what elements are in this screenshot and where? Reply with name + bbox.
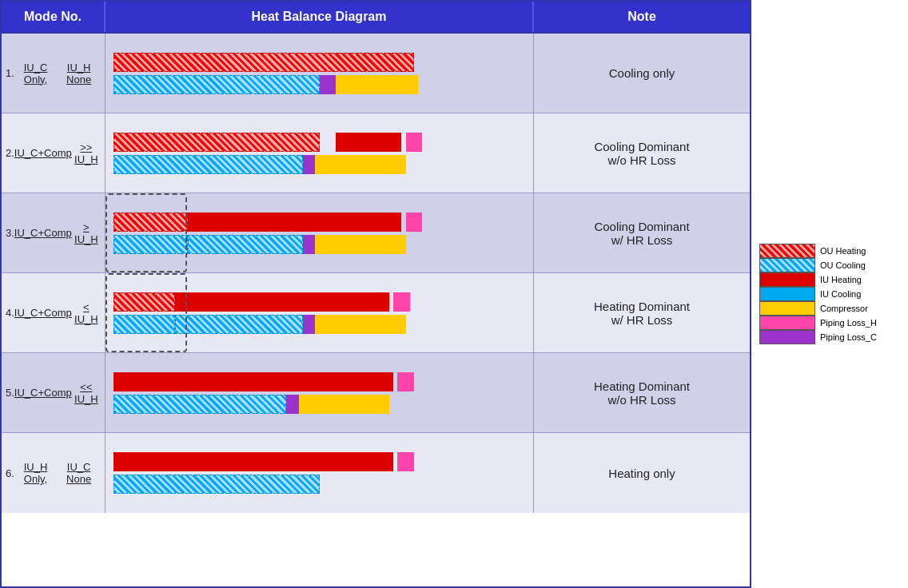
table-row: 3.IU_C+Comp> IU_HCooling Dominant w/ HR … [2,193,750,273]
table-header: Mode No. Heat Balance Diagram Note [2,2,750,34]
table-row: 4.IU_C+Comp< IU_HHeating Dominant w/ HR … [2,273,750,353]
bar-segment-piping-c [303,235,315,254]
bar-segment-iu-heating [175,292,389,312]
bar-segment-gap [389,395,401,414]
legend-color-box [759,287,815,301]
bar-segment-ou-cooling [175,315,303,334]
note-cell: Heating Dominant w/o HR Loss [534,353,750,432]
legend-items: OU HeatingOU CoolingIU HeatingIU Cooling… [759,244,877,344]
header-mode: Mode No. [2,2,106,32]
legend-color-box [759,244,815,258]
table-row: 2.IU_C+Comp>> IU_HCooling Dominant w/o H… [2,113,750,193]
bar-row [114,372,525,391]
legend-color-box [759,316,815,330]
diagram-cell [106,34,534,113]
bar-segment-piping-c [303,155,315,174]
bar-segment-piping-h [397,372,414,391]
legend-item-ou-cooling: OU Cooling [759,258,877,272]
bar-segment-iu-heating [336,133,401,152]
legend-label: OU Heating [820,246,866,256]
legend-color-box [759,330,815,344]
bar-row [114,292,525,312]
bar-segment-piping-c [286,395,298,414]
legend-color-box [759,301,815,316]
mode-cell: 6.IU_H Only,IU_C None [2,433,106,513]
bar-segment-ou-cooling [114,75,320,94]
legend-item-iu-heating: IU Heating [759,272,877,287]
bar-segment-ou-heating-partial [114,213,188,232]
bar-segment-iu-heating [114,372,393,391]
bar-segment-compressor [336,75,418,94]
bar-segment-compressor [315,155,405,174]
note-cell: Cooling Dominant w/o HR Loss [534,113,750,193]
bar-segment-compressor [299,395,389,414]
legend-item-compressor: Compressor [759,301,877,316]
bar-segment-ou-cooling [188,235,303,254]
bar-segment-ou-cooling-partial [114,315,175,334]
bar-segment-ou-heating [114,133,320,152]
header-diagram: Heat Balance Diagram [106,2,534,32]
bar-segment-piping-h [397,452,414,471]
bar-row [114,315,525,334]
diagram-cell [106,433,534,513]
legend-color-box [759,272,815,287]
bar-segment-ou-cooling [114,155,303,174]
bar-row [114,475,525,494]
heat-balance-table: Mode No. Heat Balance Diagram Note 1.IU_… [0,0,751,588]
table-row: 6.IU_H Only,IU_C NoneHeating only [2,433,750,513]
header-note: Note [534,2,750,32]
legend-area: OU HeatingOU CoolingIU HeatingIU Cooling… [751,0,908,588]
bar-row [114,133,525,152]
bar-segment-ou-heating [114,53,414,72]
bar-row [114,235,525,254]
bar-segment-ou-cooling-partial [114,235,188,254]
bar-segment-iu-heating [188,213,402,232]
main-container: Mode No. Heat Balance Diagram Note 1.IU_… [0,0,908,588]
legend-label: OU Cooling [820,260,866,270]
note-cell: Heating Dominant w/ HR Loss [534,273,750,352]
bar-segment-gap [320,475,410,494]
note-cell: Cooling only [534,34,750,113]
bar-segment-piping-h [393,292,410,312]
table-row: 5.IU_C+Comp<< IU_HHeating Dominant w/o H… [2,353,750,433]
bar-row [114,53,525,72]
mode-cell: 4.IU_C+Comp< IU_H [2,273,106,352]
note-cell: Heating only [534,433,750,513]
legend-label: Piping Loss_H [820,318,877,328]
table-body: 1.IU_C Only,IU_H NoneCooling only2.IU_C+… [2,34,750,513]
bar-row [114,452,525,471]
legend-item-iu-cooling: IU Cooling [759,287,877,301]
legend-label: IU Cooling [820,289,861,299]
mode-cell: 1.IU_C Only,IU_H None [2,34,106,113]
table-row: 1.IU_C Only,IU_H NoneCooling only [2,34,750,113]
bar-segment-compressor [315,315,405,334]
mode-cell: 5.IU_C+Comp<< IU_H [2,353,106,432]
bar-segment-ou-cooling [114,395,286,414]
bar-segment-piping-h [406,213,423,232]
bar-row [114,213,525,232]
bar-segment-ou-heating-partial [114,292,175,312]
bar-segment-ou-cooling [114,475,320,494]
note-cell: Cooling Dominant w/ HR Loss [534,193,750,272]
bar-segment-iu-heating [114,452,393,471]
legend-label: IU Heating [820,275,862,284]
legend-item-ou-heating: OU Heating [759,244,877,258]
legend-label: Piping Loss_C [820,332,877,342]
mode-cell: 3.IU_C+Comp> IU_H [2,193,106,272]
legend-item-piping-h: Piping Loss_H [759,316,877,330]
bar-row [114,395,525,414]
bar-segment-piping-c [303,315,315,334]
legend-color-box [759,258,815,272]
bar-row [114,75,525,94]
bar-segment-piping-c [320,75,337,94]
bar-row [114,155,525,174]
diagram-cell [106,113,534,193]
bar-segment-gap [320,133,337,152]
mode-cell: 2.IU_C+Comp>> IU_H [2,113,106,193]
diagram-cell [106,353,534,432]
legend-item-piping-c: Piping Loss_C [759,330,877,344]
legend-label: Compressor [820,304,868,313]
bar-segment-piping-h [406,133,423,152]
diagram-cell [106,273,534,352]
diagram-cell [106,193,534,272]
